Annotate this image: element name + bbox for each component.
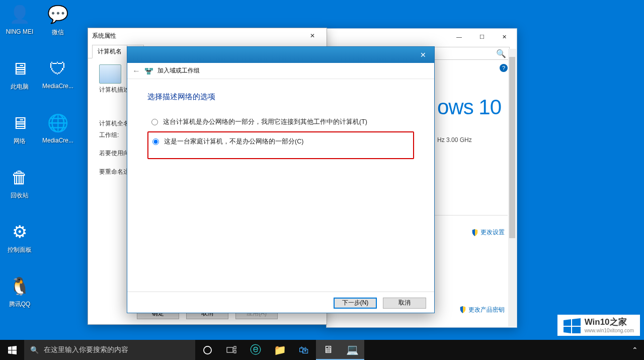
- control-panel-icon: ⚙: [8, 220, 32, 244]
- radio-office[interactable]: [151, 119, 158, 125]
- circle-icon: [203, 345, 212, 355]
- desktop-icon-mediacreation1[interactable]: 🛡MediaCre...: [39, 56, 76, 90]
- desktop-icon-mediacreation2[interactable]: 🌐MediaCre...: [39, 111, 76, 144]
- desktop-icon-recycle[interactable]: 🗑回收站: [1, 165, 38, 200]
- desktop-icon-qq[interactable]: 🐧腾讯QQ: [1, 274, 38, 309]
- wizard-subheader: ← 加入域或工作组: [127, 63, 434, 79]
- taskbar-store[interactable]: 🛍: [292, 340, 316, 360]
- task-view-button[interactable]: [219, 340, 244, 360]
- taskbar-search[interactable]: 🔍 在这里输入你要搜索的内容: [24, 340, 195, 360]
- svg-rect-0: [145, 68, 148, 70]
- globe-icon: 🌐: [46, 111, 70, 135]
- next-button[interactable]: 下一步(N): [334, 298, 377, 309]
- windows-logo-icon: [8, 346, 17, 354]
- change-settings-link[interactable]: 更改设置: [471, 228, 505, 237]
- svg-rect-5: [234, 346, 236, 349]
- svg-rect-6: [234, 350, 236, 353]
- chevron-up-icon[interactable]: ⌃: [629, 346, 641, 354]
- computer-icon: [99, 64, 121, 84]
- desktop-icon-this-pc[interactable]: 🖥此电脑: [1, 56, 38, 91]
- close-button[interactable]: ✕: [493, 29, 516, 44]
- option-home-computer[interactable]: 这是一台家庭计算机，不是办公网络的一部分(C): [147, 131, 414, 159]
- wizard-heading: 选择描述网络的选项: [147, 92, 414, 102]
- join-domain-wizard: ✕ ← 加入域或工作组 选择描述网络的选项 这台计算机是办公网络的一部分，我用它…: [127, 46, 435, 313]
- user-icon: 👤: [8, 2, 32, 26]
- svg-point-3: [203, 346, 211, 353]
- taskbar-system-window[interactable]: 🖥: [316, 340, 340, 360]
- task-view-icon: [226, 346, 236, 354]
- search-icon: 🔍: [30, 346, 39, 354]
- edge-icon: ⓔ: [250, 342, 261, 357]
- computer-icon: 💻: [346, 343, 359, 355]
- titlebar[interactable]: — ☐ ✕: [327, 29, 517, 45]
- network-wizard-icon: [144, 66, 153, 76]
- windows-logo-icon: [564, 318, 581, 333]
- taskbar-edge[interactable]: ⓔ: [244, 340, 268, 360]
- watermark-url: www.win10xitong.com: [585, 328, 634, 333]
- search-icon: 🔍: [496, 49, 506, 58]
- svg-rect-4: [227, 347, 233, 352]
- windows-brand: ows 10: [437, 95, 507, 119]
- computer-icon: 🖥: [323, 344, 333, 355]
- shield-icon: [471, 229, 478, 236]
- tab-computer-name[interactable]: 计算机名: [92, 45, 127, 58]
- maximize-button[interactable]: ☐: [470, 29, 493, 44]
- taskbar-explorer[interactable]: 📁: [268, 340, 292, 360]
- shield-icon: [459, 306, 466, 313]
- wizard-header[interactable]: ✕: [127, 47, 434, 63]
- svg-rect-1: [149, 68, 153, 70]
- titlebar[interactable]: 系统属性 ✕: [88, 28, 327, 43]
- minimize-button[interactable]: —: [448, 29, 470, 44]
- cortana-button[interactable]: [195, 340, 219, 360]
- network-icon: 🖥: [8, 111, 32, 135]
- wizard-footer: 下一步(N) 取消: [127, 292, 434, 314]
- start-button[interactable]: [0, 340, 24, 360]
- watermark: Win10之家www.win10xitong.com: [557, 315, 640, 336]
- computer-icon: 🖥: [8, 56, 32, 81]
- shield-icon: 🛡: [46, 56, 70, 81]
- wechat-icon: 💬: [46, 2, 70, 26]
- dialog-title: 系统属性: [92, 32, 116, 40]
- watermark-title: Win10之家: [585, 318, 634, 327]
- close-button[interactable]: ✕: [302, 32, 323, 39]
- close-button[interactable]: ✕: [412, 47, 434, 63]
- desktop-icon-control-panel[interactable]: ⚙控制面板: [1, 220, 38, 254]
- store-icon: 🛍: [299, 344, 309, 356]
- radio-home[interactable]: [152, 138, 159, 145]
- cancel-button[interactable]: 取消: [383, 298, 426, 309]
- back-button[interactable]: ←: [132, 66, 140, 76]
- system-tray[interactable]: ⌃: [629, 340, 644, 360]
- desktop-icon-user[interactable]: 👤NING MEI: [1, 2, 38, 35]
- recycle-bin-icon: 🗑: [8, 165, 32, 189]
- folder-icon: 📁: [274, 344, 286, 356]
- taskbar-system-properties[interactable]: 💻: [340, 340, 364, 360]
- change-product-key-link[interactable]: 更改产品密钥: [459, 306, 505, 314]
- search-placeholder: 在这里输入你要搜索的内容: [44, 345, 128, 354]
- cpu-spec: Hz 3.00 GHz: [437, 136, 507, 143]
- desktop-icon-wechat[interactable]: 💬微信: [39, 2, 76, 37]
- help-icon[interactable]: ?: [500, 64, 508, 72]
- option-office-network[interactable]: 这台计算机是办公网络的一部分，我用它连接到其他工作中的计算机(T): [147, 115, 414, 129]
- desktop-icon-network[interactable]: 🖥网络: [1, 111, 38, 146]
- qq-icon: 🐧: [8, 274, 32, 298]
- wizard-title: 加入域或工作组: [157, 66, 200, 75]
- taskbar: 🔍 在这里输入你要搜索的内容 ⓔ 📁 🛍 🖥 💻 ⌃: [0, 340, 644, 360]
